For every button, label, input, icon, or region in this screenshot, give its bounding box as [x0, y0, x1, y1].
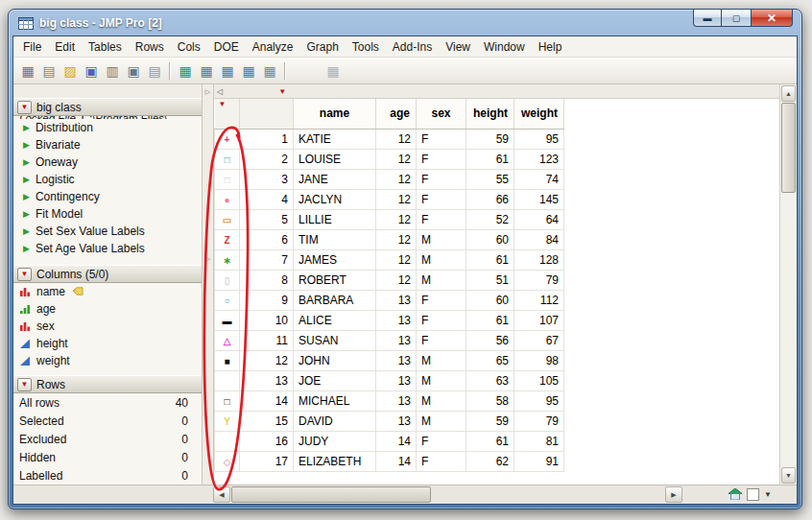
- script-item-set-sex-value-labels[interactable]: ▶Set Sex Value Labels: [13, 223, 202, 240]
- row-number[interactable]: 1: [240, 129, 294, 149]
- column-item-height[interactable]: height: [13, 335, 202, 352]
- row-number[interactable]: 2: [240, 149, 294, 169]
- row-number[interactable]: 16: [240, 431, 294, 451]
- row-state-marker-cell[interactable]: ▭: [215, 209, 240, 229]
- row-state-marker-cell[interactable]: ◇: [215, 451, 240, 471]
- cell-height[interactable]: 56: [466, 330, 514, 350]
- cell-age[interactable]: 13: [376, 350, 417, 370]
- cell-sex[interactable]: F: [417, 209, 466, 229]
- script-item-contingency[interactable]: ▶Contingency: [13, 188, 202, 205]
- row-number[interactable]: 8: [240, 270, 294, 290]
- cell-weight[interactable]: 128: [514, 249, 564, 270]
- row-state-marker-cell[interactable]: [215, 370, 240, 390]
- menu-item-graph[interactable]: Graph: [299, 38, 345, 56]
- grid-scroll-region[interactable]: ▼nameagesexheightweight +1KATIE12F5995□2…: [214, 99, 779, 485]
- cell-name[interactable]: ELIZABETH: [294, 451, 376, 471]
- cell-sex[interactable]: M: [417, 370, 466, 390]
- script-item-fit-model[interactable]: ▶Fit Model: [13, 205, 202, 223]
- cell-age[interactable]: 13: [376, 310, 417, 330]
- column-item-weight[interactable]: weight: [13, 352, 202, 369]
- data-filter-icon[interactable]: ▦: [238, 60, 259, 82]
- script-item-logistic[interactable]: ▶Logistic: [13, 171, 202, 188]
- cell-name[interactable]: JAMES: [294, 249, 376, 270]
- row-number[interactable]: 5: [240, 209, 294, 229]
- cell-weight[interactable]: 81: [514, 431, 564, 451]
- row-number[interactable]: 14: [240, 390, 294, 411]
- scroll-up-button[interactable]: ▲: [781, 85, 796, 102]
- cell-name[interactable]: ALICE: [294, 310, 376, 330]
- cell-name[interactable]: JANE: [294, 169, 376, 189]
- paste-icon[interactable]: ▤: [144, 60, 165, 82]
- cell-height[interactable]: 52: [466, 209, 514, 229]
- row-number-column-header[interactable]: [240, 99, 294, 129]
- cell-height[interactable]: 61: [466, 249, 514, 270]
- collapse-sidebar-icon[interactable]: ◁: [217, 87, 223, 96]
- column-header-sex[interactable]: sex: [417, 99, 466, 129]
- cell-height[interactable]: 61: [466, 149, 514, 169]
- cell-sex[interactable]: F: [417, 149, 466, 169]
- inactive-tool-icon[interactable]: ▦: [322, 60, 344, 82]
- cell-weight[interactable]: 79: [514, 411, 564, 431]
- cell-age[interactable]: 12: [376, 229, 417, 249]
- row-number[interactable]: 17: [240, 451, 294, 471]
- excel-import-icon[interactable]: ▦: [175, 60, 196, 82]
- cell-age[interactable]: 12: [376, 249, 417, 270]
- cell-height[interactable]: 63: [466, 370, 514, 390]
- cell-weight[interactable]: 95: [514, 129, 564, 149]
- cell-sex[interactable]: M: [417, 411, 466, 431]
- row-state-marker-cell[interactable]: ○: [215, 290, 240, 310]
- graph-builder-icon[interactable]: ▦: [217, 60, 238, 82]
- table-panel-menu-button[interactable]: ▼: [17, 101, 32, 114]
- row-number[interactable]: 12: [240, 350, 294, 370]
- menu-item-tables[interactable]: Tables: [82, 38, 129, 56]
- menu-item-edit[interactable]: Edit: [48, 38, 82, 56]
- menu-item-doe[interactable]: DOE: [207, 38, 246, 56]
- splitter-arrow-icon[interactable]: ▷: [205, 88, 210, 96]
- cell-sex[interactable]: F: [417, 431, 466, 451]
- cell-weight[interactable]: 64: [514, 209, 564, 229]
- cell-height[interactable]: 55: [466, 169, 514, 189]
- row-number[interactable]: 7: [240, 249, 294, 270]
- row-number[interactable]: 15: [240, 411, 294, 431]
- scroll-right-button[interactable]: ▶: [665, 486, 682, 503]
- row-number[interactable]: 10: [240, 310, 294, 330]
- cell-weight[interactable]: 74: [514, 169, 564, 189]
- marker-column-header[interactable]: ▼: [215, 99, 240, 129]
- row-number[interactable]: 4: [240, 189, 294, 209]
- cell-sex[interactable]: F: [417, 330, 466, 350]
- maximize-button[interactable]: ▢: [722, 10, 751, 27]
- cell-height[interactable]: 59: [466, 411, 514, 431]
- minimize-button[interactable]: ▬: [693, 10, 722, 27]
- cell-age[interactable]: 13: [376, 411, 417, 431]
- rows-menu-triangle-icon[interactable]: ▼: [219, 101, 227, 108]
- cell-height[interactable]: 62: [466, 451, 514, 471]
- cell-age[interactable]: 14: [376, 431, 417, 451]
- horizontal-scrollbar[interactable]: ◀ ▶: [212, 485, 683, 504]
- panel-splitter-rail[interactable]: ▷ ▷: [203, 84, 214, 485]
- cell-weight[interactable]: 79: [514, 270, 564, 290]
- cell-age[interactable]: 14: [376, 451, 417, 471]
- row-state-marker-cell[interactable]: □: [215, 169, 240, 189]
- window-list-checkbox[interactable]: [747, 488, 759, 501]
- cell-height[interactable]: 58: [466, 390, 514, 411]
- menu-item-analyze[interactable]: Analyze: [246, 38, 300, 56]
- cell-sex[interactable]: F: [417, 451, 466, 471]
- cell-sex[interactable]: F: [417, 189, 466, 209]
- cell-age[interactable]: 12: [376, 169, 417, 189]
- menu-item-tools[interactable]: Tools: [346, 38, 386, 56]
- column-header-height[interactable]: height: [466, 99, 514, 129]
- cell-weight[interactable]: 145: [514, 189, 564, 209]
- cell-name[interactable]: DAVID: [294, 411, 376, 431]
- cell-height[interactable]: 61: [466, 431, 514, 451]
- menu-item-view[interactable]: View: [439, 38, 477, 56]
- columns-menu-triangle-icon[interactable]: ▼: [278, 87, 286, 96]
- cell-name[interactable]: KATIE: [294, 129, 376, 149]
- row-number[interactable]: 13: [240, 370, 294, 390]
- rows-panel-menu-button[interactable]: ▼: [17, 378, 32, 391]
- vertical-scroll-thumb[interactable]: [781, 103, 796, 193]
- vertical-scroll-track[interactable]: [780, 193, 797, 466]
- menu-item-rows[interactable]: Rows: [129, 38, 171, 56]
- cell-name[interactable]: JACLYN: [294, 189, 376, 209]
- row-state-marker-cell[interactable]: Y: [215, 411, 240, 431]
- script-editor-icon[interactable]: ▦: [259, 60, 280, 82]
